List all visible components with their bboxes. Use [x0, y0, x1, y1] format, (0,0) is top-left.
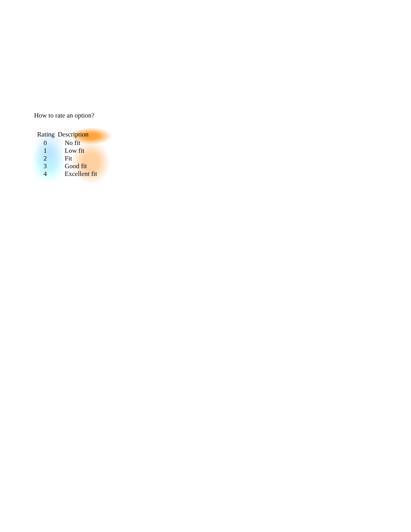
rating-table-wrapper: Rating Description 0 No fit 1 Low fit 2 … [34, 130, 99, 178]
table-row: 4 Excellent fit [34, 170, 99, 178]
rating-value: 4 [34, 170, 56, 178]
rating-value: 1 [34, 147, 56, 155]
col-header-rating: Rating [34, 130, 56, 139]
table-row: 1 Low fit [34, 147, 99, 155]
table-row: 3 Good fit [34, 162, 99, 170]
col-header-description: Description [56, 130, 99, 139]
rating-description: Low fit [56, 147, 99, 155]
rating-description: No fit [56, 139, 99, 147]
rating-description: Fit [56, 155, 99, 162]
table-row: 0 No fit [34, 139, 99, 147]
rating-table: Rating Description 0 No fit 1 Low fit 2 … [34, 130, 99, 178]
rating-value: 3 [34, 162, 56, 170]
table-header-row: Rating Description [34, 130, 99, 139]
heading: How to rate an option? [34, 112, 99, 119]
rating-description: Good fit [56, 162, 99, 170]
rating-value: 2 [34, 155, 56, 162]
rating-value: 0 [34, 139, 56, 147]
table-row: 2 Fit [34, 155, 99, 162]
rating-description: Excellent fit [56, 170, 99, 178]
